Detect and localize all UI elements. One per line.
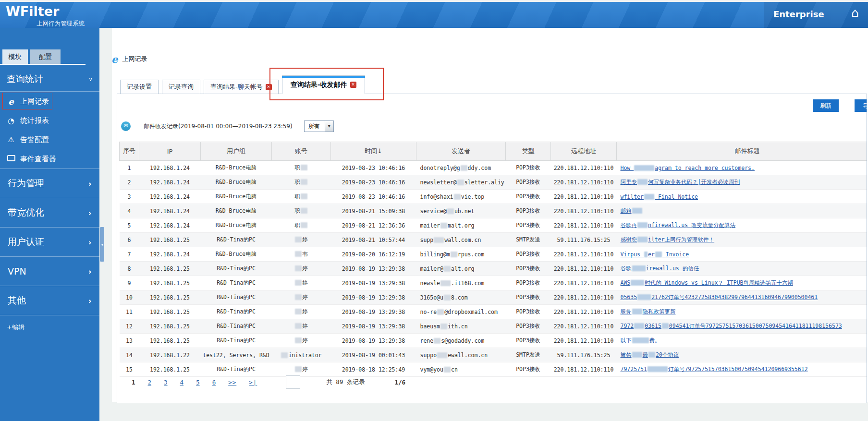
table-row: 6192.168.1.25R&D-Tina的PC婷2019-08-21 10:5…	[120, 233, 868, 247]
alert-icon	[6, 135, 16, 144]
sidebar-group-other[interactable]: 其他›	[0, 286, 99, 315]
table-row: 4192.168.1.24R&D-Bruce电脑职2019-08-21 15:0…	[120, 204, 868, 218]
sidebar-group-query-statistics[interactable]: 查询统计 ∨	[0, 67, 99, 91]
page-last[interactable]: >|	[249, 379, 257, 386]
column-header-3[interactable]: 账号	[272, 142, 331, 161]
filter-select[interactable]: 所有 ▼	[304, 120, 334, 132]
email-subject-link[interactable]: 谷歌irewall.us 的信任	[621, 265, 699, 272]
email-subject-link[interactable]: 邮箱	[621, 207, 643, 214]
email-subject-link[interactable]: 服务隐私政策更新	[621, 308, 676, 315]
breadcrumb: e 上网记录	[111, 53, 147, 65]
refresh-button[interactable]: 刷新	[813, 99, 839, 112]
table-row: 5192.168.1.24R&D-Bruce电脑职2019-08-21 12:3…	[120, 218, 868, 233]
column-header-7[interactable]: 远程地址	[551, 142, 617, 161]
sidebar-tabs: 模块配置	[0, 49, 86, 65]
dropdown-arrow-icon: ▼	[325, 121, 333, 132]
collapse-arrow-icon: ◂	[101, 242, 103, 247]
sidebar-item-statistics-reports[interactable]: 统计报表	[0, 111, 99, 130]
edition-label: Enterprise	[773, 9, 824, 19]
email-subject-link[interactable]: 谷歌再nfirewall.us 改变流量分配算法	[621, 222, 736, 229]
email-subject-link[interactable]: 被禁最20个协议	[621, 351, 679, 358]
chevron-right-icon: ›	[88, 266, 92, 277]
edit-link[interactable]: +编辑	[7, 323, 99, 332]
page-link[interactable]: 6	[212, 379, 216, 386]
email-subject-link[interactable]: 感谢您ilter上网行为管理软件！	[621, 236, 715, 243]
email-subject-link[interactable]: 79725751订单号79725751570361500750945412096…	[621, 366, 808, 373]
sidebar-item-internet-records[interactable]: 上网记录	[0, 92, 99, 111]
sidebar-item-alarm-config[interactable]: 告警配置	[0, 130, 99, 149]
sidebar-group-vpn[interactable]: VPN›	[0, 257, 99, 286]
page-link[interactable]: 4	[180, 379, 184, 386]
breadcrumb-label: 上网记录	[122, 55, 147, 63]
table-row: 14192.168.1.22test22, Servers, R&Dinistr…	[120, 348, 868, 362]
sidebar-item-label: 上网记录	[20, 97, 49, 106]
email-subject-link[interactable]: 797203615094541订单号7972575157036150075094…	[621, 323, 842, 329]
table-row: 9192.168.1.25R&D-Tina的PC婷2019-08-19 13:2…	[120, 276, 868, 290]
column-header-2[interactable]: 用户组	[201, 142, 272, 161]
page-input[interactable]	[286, 375, 300, 389]
sidebar-group-label: VPN	[8, 266, 88, 277]
column-header-1[interactable]: IP	[139, 142, 201, 161]
chevron-right-icon: ›	[88, 296, 92, 306]
sidebar-collapse-handle[interactable]: ◂	[100, 227, 104, 262]
sidebar-item-label: 告警配置	[20, 135, 49, 144]
sidebar-item-event-viewer[interactable]: 事件查看器	[0, 149, 99, 168]
email-subject-link[interactable]: 0563521762订单号423272583043829979644131609…	[621, 294, 818, 301]
tab-close-icon[interactable]: ✕	[350, 82, 356, 88]
chevron-down-icon: ∨	[88, 76, 93, 83]
mail-toolbar: ✉ 邮件收发记录(2019-08-01 00:00—2019-08-23 23:…	[121, 120, 334, 132]
column-header-5[interactable]: 发送者	[416, 142, 506, 161]
table-row: 12192.168.1.25R&D-Tina的PC婷2019-08-19 13:…	[120, 319, 868, 334]
chevron-right-icon: ›	[88, 208, 92, 218]
tab-close-icon[interactable]: ✕	[266, 84, 272, 90]
table-row: 3192.168.1.24R&D-Bruce电脑职2019-08-23 10:4…	[120, 190, 868, 204]
header: WFilter 上网行为管理系统 Enterprise ⌂	[0, 2, 868, 28]
email-subject-link[interactable]: Virpus er Invoice	[621, 251, 689, 258]
home-icon[interactable]: ⌂	[851, 6, 859, 20]
column-header-6[interactable]: 类型	[506, 142, 551, 161]
page-current: 1	[132, 379, 135, 386]
sidebar-tab-modules[interactable]: 模块	[2, 49, 28, 64]
sidebar-group-behavior-management[interactable]: 行为管理›	[0, 169, 99, 198]
column-header-4[interactable]: 时间↓	[331, 142, 416, 161]
tab-label: 记录查询	[169, 83, 194, 91]
sidebar-group-label: 带宽优化	[8, 206, 88, 219]
tab-record-query[interactable]: 记录查询	[162, 80, 200, 94]
column-header-8[interactable]: 邮件标题	[617, 142, 868, 161]
chevron-right-icon: ›	[88, 179, 92, 189]
sidebar-menu: 查询统计 ∨ 上网记录统计报表告警配置事件查看器 行为管理›带宽优化›用户认证›…	[0, 67, 99, 332]
export-button[interactable]: 导出	[855, 99, 867, 112]
pagination: 1 23456 >> >| 共 89 条记录 1/6	[132, 375, 405, 389]
page-link[interactable]: 3	[164, 379, 168, 386]
tab-record-settings[interactable]: 记录设置	[120, 80, 159, 94]
email-subject-link[interactable]: How agram to reach more customers.	[621, 165, 755, 171]
page-link[interactable]: 5	[196, 379, 200, 386]
tab-bar: 记录设置记录查询查询结果-聊天帐号✕查询结果-收发邮件✕	[120, 76, 365, 94]
event-icon	[6, 155, 16, 163]
table-row: 11192.168.1.25R&D-Tina的PC婷2019-08-19 13:…	[120, 305, 868, 319]
tab-result-chat-accounts[interactable]: 查询结果-聊天帐号✕	[204, 80, 279, 94]
table-row: 8192.168.1.25R&D-Tina的PC婷2019-08-19 13:2…	[120, 262, 868, 276]
sidebar-group-bandwidth-optimization[interactable]: 带宽优化›	[0, 198, 99, 228]
sidebar-tab-config[interactable]: 配置	[30, 49, 61, 64]
tab-label: 查询结果-聊天帐号	[210, 83, 263, 91]
filter-value: 所有	[305, 122, 325, 131]
email-subject-link[interactable]: 阿里专何写复杂业务代码？|开发者必读周刊	[621, 179, 740, 185]
table-row: 7192.168.1.24R&D-Bruce电脑韦2019-08-20 16:1…	[120, 247, 868, 262]
content-panel: 刷新 导出 ✉ 邮件收发记录(2019-08-01 00:00—2019-08-…	[117, 94, 867, 403]
page-next[interactable]: >>	[228, 379, 236, 386]
logo-subtitle: 上网行为管理系统	[37, 20, 85, 28]
email-records-table: 序号IP用户组账号时间↓发送者类型远程地址邮件标题 1192.168.1.24R…	[119, 142, 867, 377]
column-header-0[interactable]: 序号	[120, 142, 139, 161]
ie-icon: e	[111, 53, 118, 65]
table-row: 10192.168.1.25R&D-Tina的PC婷2019-08-19 13:…	[120, 290, 868, 305]
sidebar-item-label: 事件查看器	[20, 155, 56, 164]
email-subject-link[interactable]: wfilter Final Notice	[621, 193, 698, 200]
mail-record-label: 邮件收发记录(2019-08-01 00:00—2019-08-23 23:59…	[144, 122, 293, 131]
tab-result-mail[interactable]: 查询结果-收发邮件✕	[282, 75, 365, 94]
table-row: 1192.168.1.24R&D-Bruce电脑职2019-08-23 10:4…	[120, 161, 868, 175]
page-link[interactable]: 2	[148, 379, 152, 386]
email-subject-link[interactable]: AWS时代的 Windows vs Linux？-ITPUB每周精选第五十六期	[621, 279, 794, 286]
sidebar-group-user-authentication[interactable]: 用户认证›	[0, 228, 99, 257]
email-subject-link[interactable]: 以下费。	[621, 337, 660, 344]
